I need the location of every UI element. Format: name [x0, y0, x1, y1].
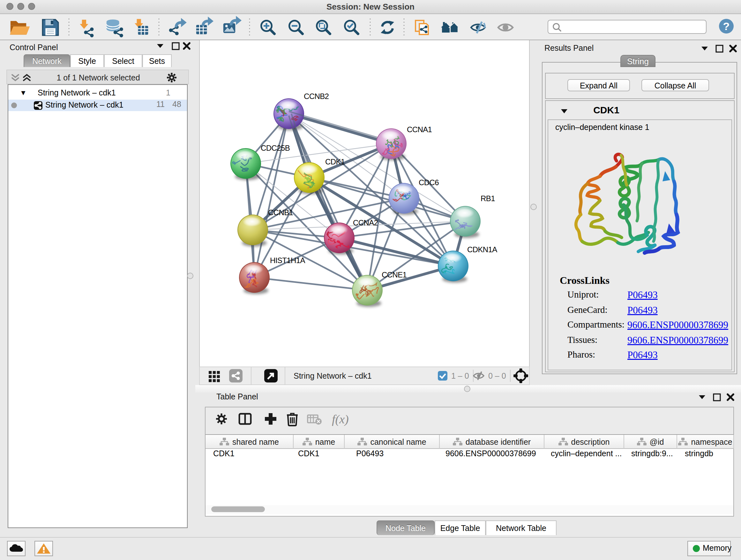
svg-text:CCNA1: CCNA1 — [407, 125, 432, 134]
svg-text:CDC6: CDC6 — [419, 178, 439, 187]
svg-text:String Network – cdk1: String Network – cdk1 — [293, 371, 372, 380]
svg-text:CCNB2: CCNB2 — [304, 92, 329, 101]
svg-text:CDKN1A: CDKN1A — [467, 245, 497, 254]
svg-text:CDC25B: CDC25B — [261, 144, 290, 152]
svg-text:1 of 1 Network selected: 1 of 1 Network selected — [57, 73, 140, 82]
svg-text:HIST1H1A: HIST1H1A — [270, 256, 305, 265]
svg-text:1 – 0: 1 – 0 — [451, 371, 469, 380]
svg-text:?: ? — [723, 20, 730, 32]
svg-text:RB1: RB1 — [481, 194, 495, 203]
svg-text:CCNE1: CCNE1 — [382, 270, 407, 279]
svg-text:f(x): f(x) — [332, 413, 349, 426]
svg-text:CDK1: CDK1 — [325, 158, 345, 166]
svg-text:CCNB1: CCNB1 — [268, 208, 293, 217]
svg-text:CCNA2: CCNA2 — [353, 219, 378, 227]
svg-text:0 – 0: 0 – 0 — [488, 371, 506, 380]
